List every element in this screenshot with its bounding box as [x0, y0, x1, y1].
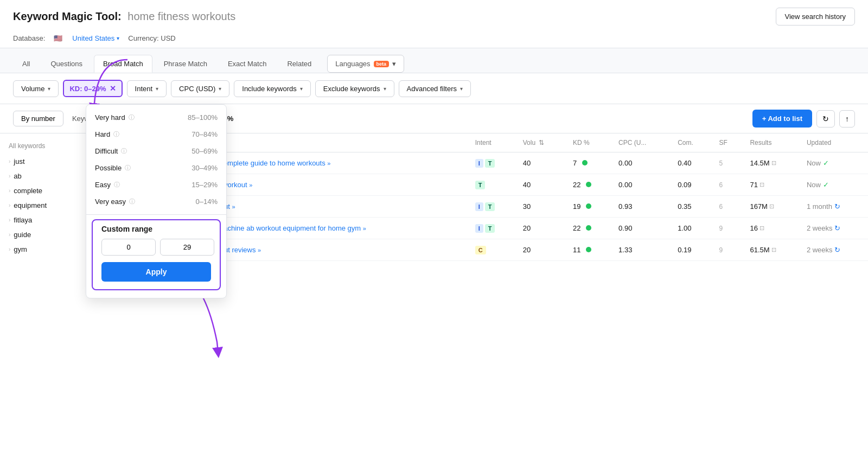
serp-icon[interactable]: ⊡ [771, 246, 776, 253]
col-volume[interactable]: Volu ⇅ [516, 133, 566, 152]
kd-option-very-easy[interactable]: Very easy ⓘ 0–14% [86, 193, 226, 210]
kd-min-input[interactable] [101, 239, 156, 256]
updated-cell: Now ✓ [800, 174, 868, 196]
cpc-cell: 0.00 [612, 152, 671, 174]
chevron-down-icon: ▾ [384, 86, 386, 92]
kd-option-possible[interactable]: Possible ⓘ 30–49% [86, 160, 226, 176]
volume-cell: 20 [516, 239, 566, 261]
tab-all[interactable]: All [13, 55, 39, 73]
col-cpc: CPC (U... [612, 133, 671, 152]
add-to-list-button[interactable]: + Add to list [752, 110, 812, 128]
intent-badge-c: C [475, 246, 486, 254]
kd-cell: 22 [566, 174, 612, 196]
com-cell: 0.09 [671, 174, 712, 196]
cpc-filter[interactable]: CPC (USD) ▾ [171, 80, 229, 97]
tab-questions[interactable]: Questions [41, 55, 92, 73]
kd-option-very-hard[interactable]: Very hard ⓘ 85–100% [86, 109, 226, 126]
com-cell: 0.40 [671, 152, 712, 174]
col-updated: Updated [800, 133, 868, 152]
chevron-right-icon: › [9, 158, 10, 164]
updated-cell: 2 weeks ↻ [800, 218, 868, 239]
refresh-icon[interactable]: ↻ [834, 202, 840, 211]
chevron-down-icon: ▾ [392, 60, 396, 68]
intent-badge-t: T [485, 159, 495, 168]
updated-cell: 1 month ↻ [800, 196, 868, 218]
results-cell: 167M ⊡ [743, 196, 800, 218]
kd-dot [586, 182, 591, 187]
tab-exact-match[interactable]: Exact Match [219, 55, 276, 73]
exclude-keywords-filter[interactable]: Exclude keywords ▾ [315, 80, 394, 97]
sf-cell: 6 [712, 174, 743, 196]
kd-option-difficult[interactable]: Difficult ⓘ 50–69% [86, 143, 226, 160]
com-cell: 0.35 [671, 196, 712, 218]
chevron-right-icon: › [9, 188, 10, 194]
serp-icon[interactable]: ⊡ [771, 160, 776, 167]
tab-phrase-match[interactable]: Phrase Match [155, 55, 216, 73]
view-history-button[interactable]: View search history [776, 8, 855, 26]
info-icon: ⓘ [113, 130, 119, 138]
advanced-filters[interactable]: Advanced filters ▾ [399, 80, 471, 97]
close-icon[interactable]: ✕ [110, 84, 116, 93]
kd-dot [586, 203, 591, 209]
languages-tab[interactable]: Languages beta ▾ [327, 55, 404, 73]
intent-badge-i: I [475, 224, 483, 233]
results-cell: 14.5M ⊡ [743, 152, 800, 174]
col-sf: SF [712, 133, 743, 152]
info-icon: ⓘ [129, 113, 135, 122]
intent-badge-i: I [475, 159, 483, 168]
serp-icon[interactable]: ⊡ [760, 181, 764, 188]
currency-label: Currency: USD [128, 34, 175, 42]
tab-broad-match[interactable]: Broad Match [94, 55, 152, 73]
chevron-down-icon: ▾ [219, 86, 221, 92]
check-icon: ✓ [823, 181, 829, 189]
kd-cell: 7 [566, 152, 612, 174]
volume-cell: 40 [516, 174, 566, 196]
com-cell: 0.19 [671, 239, 712, 261]
kd-option-hard[interactable]: Hard ⓘ 70–84% [86, 126, 226, 143]
by-number-button[interactable]: By number [13, 111, 63, 126]
kd-cell: 19 [566, 196, 612, 218]
check-icon: ✓ [823, 159, 829, 167]
sf-cell: 9 [712, 239, 743, 261]
refresh-button[interactable]: ↻ [816, 110, 835, 128]
export-button[interactable]: ↑ [839, 110, 855, 128]
updated-cell: Now ✓ [800, 152, 868, 174]
page-title: Keyword Magic Tool: home fitness workout… [13, 10, 235, 23]
volume-filter[interactable]: Volume ▾ [13, 80, 59, 97]
chevron-right-icon: › [9, 202, 10, 208]
chevron-right-icon: › [9, 173, 10, 179]
intent-filter[interactable]: Intent ▾ [127, 80, 167, 97]
refresh-icon[interactable]: ↻ [834, 224, 840, 232]
kd-filter[interactable]: KD: 0–29% ✕ [63, 80, 122, 97]
chevron-down-icon: ▾ [48, 86, 50, 92]
include-keywords-filter[interactable]: Include keywords ▾ [234, 80, 310, 97]
kd-max-input[interactable] [160, 239, 214, 256]
chevron-down-icon: ▾ [460, 86, 463, 92]
cpc-cell: 0.93 [612, 196, 671, 218]
refresh-icon[interactable]: ↻ [834, 246, 840, 254]
volume-cell: 20 [516, 218, 566, 239]
intent-badge-t: T [485, 224, 495, 233]
info-icon: ⓘ [114, 181, 120, 189]
chevron-right-icon: › [9, 246, 10, 252]
apply-button[interactable]: Apply [101, 262, 211, 282]
intent-badge-t: T [475, 181, 486, 189]
kd-option-easy[interactable]: Easy ⓘ 15–29% [86, 176, 226, 193]
kd-dot [586, 247, 591, 252]
sf-cell: 5 [712, 152, 743, 174]
tab-related[interactable]: Related [278, 55, 321, 73]
custom-range-title: Custom range [101, 225, 211, 233]
intent-badge-i: I [475, 202, 483, 211]
col-com: Com. [671, 133, 712, 152]
col-results: Results [743, 133, 800, 152]
info-icon: ⓘ [121, 147, 127, 155]
kd-dot [586, 225, 591, 231]
serp-icon[interactable]: ⊡ [769, 203, 774, 210]
results-cell: 16 ⊡ [743, 218, 800, 239]
results-cell: 71 ⊡ [743, 174, 800, 196]
cpc-cell: 0.00 [612, 174, 671, 196]
info-icon: ⓘ [129, 198, 135, 206]
kd-cell: 22 [566, 218, 612, 239]
serp-icon[interactable]: ⊡ [760, 225, 764, 232]
database-selector[interactable]: United States ▾ [72, 34, 119, 42]
